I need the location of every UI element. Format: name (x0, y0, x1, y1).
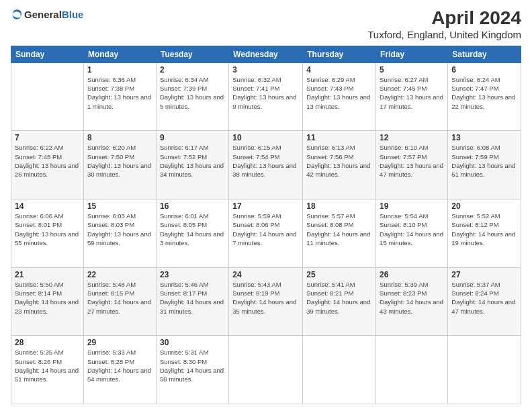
day-info: Sunrise: 6:20 AM Sunset: 7:50 PM Dayligh… (87, 143, 152, 179)
sunset: Sunset: 8:15 PM (87, 289, 134, 297)
sunrise: Sunrise: 6:32 AM (232, 76, 281, 83)
day-number: 11 (306, 133, 372, 142)
daylight: Daylight: 13 hours and 51 minutes. (451, 162, 515, 178)
table-cell: 6 Sunrise: 6:24 AM Sunset: 7:47 PM Dayli… (448, 62, 521, 131)
logo: GeneralBlue (11, 8, 83, 20)
sunrise: Sunrise: 5:39 AM (380, 281, 428, 288)
table-cell: 27 Sunrise: 5:37 AM Sunset: 8:24 PM Dayl… (448, 267, 521, 336)
day-number: 7 (15, 133, 80, 142)
sunset: Sunset: 7:52 PM (160, 153, 207, 161)
sunrise: Sunrise: 6:36 AM (87, 76, 136, 83)
table-cell: 12 Sunrise: 6:10 AM Sunset: 7:57 PM Dayl… (376, 131, 448, 199)
table-cell (448, 336, 521, 404)
sunrise: Sunrise: 5:33 AM (87, 349, 136, 356)
day-number: 12 (380, 133, 444, 142)
sunset: Sunset: 8:23 PM (380, 289, 427, 297)
day-info: Sunrise: 5:54 AM Sunset: 8:10 PM Dayligh… (380, 212, 444, 247)
logo-blue: Blue (62, 9, 84, 20)
sunrise: Sunrise: 5:43 AM (232, 281, 281, 288)
logo-icon (11, 8, 23, 20)
daylight: Daylight: 13 hours and 34 minutes. (160, 162, 224, 178)
day-info: Sunrise: 6:36 AM Sunset: 7:38 PM Dayligh… (87, 75, 152, 111)
table-cell (303, 336, 376, 404)
sunrise: Sunrise: 5:46 AM (160, 281, 208, 288)
day-number: 16 (160, 201, 225, 211)
sunset: Sunset: 8:06 PM (232, 221, 279, 228)
sunrise: Sunrise: 5:37 AM (451, 281, 500, 288)
table-cell: 14 Sunrise: 6:06 AM Sunset: 8:01 PM Dayl… (11, 199, 84, 268)
table-cell: 21 Sunrise: 5:50 AM Sunset: 8:14 PM Dayl… (11, 267, 84, 336)
sunset: Sunset: 7:57 PM (380, 153, 427, 161)
sunset: Sunset: 8:01 PM (15, 221, 62, 228)
table-cell: 3 Sunrise: 6:32 AM Sunset: 7:41 PM Dayli… (229, 62, 303, 131)
week-row-1: 1 Sunrise: 6:36 AM Sunset: 7:38 PM Dayli… (11, 62, 521, 131)
day-info: Sunrise: 5:46 AM Sunset: 8:17 PM Dayligh… (160, 280, 225, 316)
day-number: 1 (87, 65, 152, 75)
sunrise: Sunrise: 6:08 AM (451, 144, 500, 151)
sunrise: Sunrise: 6:01 AM (160, 212, 208, 220)
day-info: Sunrise: 5:37 AM Sunset: 8:24 PM Dayligh… (451, 280, 517, 316)
sunset: Sunset: 8:24 PM (451, 289, 498, 297)
table-cell: 19 Sunrise: 5:54 AM Sunset: 8:10 PM Dayl… (376, 199, 448, 268)
daylight: Daylight: 14 hours and 54 minutes. (87, 367, 151, 383)
sunrise: Sunrise: 6:10 AM (380, 144, 428, 151)
daylight: Daylight: 14 hours and 7 minutes. (232, 230, 296, 246)
daylight: Daylight: 14 hours and 43 minutes. (380, 298, 443, 314)
sunset: Sunset: 7:43 PM (306, 85, 353, 92)
sunset: Sunset: 8:21 PM (306, 289, 353, 297)
day-info: Sunrise: 5:48 AM Sunset: 8:15 PM Dayligh… (87, 280, 152, 316)
sunset: Sunset: 8:12 PM (451, 221, 498, 228)
day-number: 26 (380, 270, 444, 279)
day-info: Sunrise: 5:33 AM Sunset: 8:28 PM Dayligh… (87, 348, 152, 383)
day-info: Sunrise: 6:27 AM Sunset: 7:45 PM Dayligh… (380, 75, 444, 111)
sunrise: Sunrise: 5:35 AM (15, 349, 63, 356)
week-row-4: 21 Sunrise: 5:50 AM Sunset: 8:14 PM Dayl… (11, 267, 521, 336)
sunrise: Sunrise: 6:34 AM (160, 76, 208, 83)
day-number: 4 (306, 65, 372, 75)
day-info: Sunrise: 5:59 AM Sunset: 8:06 PM Dayligh… (232, 212, 299, 247)
day-info: Sunrise: 6:17 AM Sunset: 7:52 PM Dayligh… (160, 143, 225, 179)
header-sunday: Sunday (11, 46, 84, 62)
sunset: Sunset: 7:48 PM (15, 153, 62, 161)
header-monday: Monday (83, 46, 156, 62)
day-number: 28 (15, 338, 80, 347)
month-title: April 2024 (367, 8, 521, 29)
daylight: Daylight: 13 hours and 59 minutes. (87, 230, 151, 246)
sunset: Sunset: 8:28 PM (87, 358, 134, 365)
sunrise: Sunrise: 5:50 AM (15, 281, 63, 288)
sunrise: Sunrise: 5:59 AM (232, 212, 281, 220)
daylight: Daylight: 13 hours and 5 minutes. (160, 93, 224, 109)
sunrise: Sunrise: 5:54 AM (380, 212, 428, 220)
header-thursday: Thursday (303, 46, 376, 62)
daylight: Daylight: 13 hours and 17 minutes. (380, 93, 443, 109)
daylight: Daylight: 13 hours and 47 minutes. (380, 162, 443, 178)
day-info: Sunrise: 6:15 AM Sunset: 7:54 PM Dayligh… (232, 143, 299, 179)
logo-text: GeneralBlue (24, 9, 83, 20)
table-cell: 5 Sunrise: 6:27 AM Sunset: 7:45 PM Dayli… (376, 62, 448, 131)
sunset: Sunset: 7:39 PM (160, 85, 207, 92)
day-info: Sunrise: 6:03 AM Sunset: 8:03 PM Dayligh… (87, 212, 152, 247)
table-cell: 30 Sunrise: 5:31 AM Sunset: 8:30 PM Dayl… (156, 336, 228, 404)
day-number: 23 (160, 270, 225, 279)
daylight: Daylight: 14 hours and 47 minutes. (451, 298, 515, 314)
day-number: 30 (160, 338, 225, 347)
week-row-5: 28 Sunrise: 5:35 AM Sunset: 8:26 PM Dayl… (11, 336, 521, 404)
sunrise: Sunrise: 5:31 AM (160, 349, 208, 356)
day-number: 29 (87, 338, 152, 347)
sunset: Sunset: 8:03 PM (87, 221, 134, 228)
sunset: Sunset: 8:17 PM (160, 289, 207, 297)
sunset: Sunset: 8:14 PM (15, 289, 62, 297)
day-number: 10 (232, 133, 299, 142)
day-info: Sunrise: 6:06 AM Sunset: 8:01 PM Dayligh… (15, 212, 80, 247)
sunset: Sunset: 7:47 PM (451, 85, 498, 92)
daylight: Daylight: 14 hours and 27 minutes. (87, 298, 151, 314)
day-number: 8 (87, 133, 152, 142)
table-cell: 2 Sunrise: 6:34 AM Sunset: 7:39 PM Dayli… (156, 62, 228, 131)
daylight: Daylight: 13 hours and 55 minutes. (15, 230, 79, 246)
day-info: Sunrise: 5:41 AM Sunset: 8:21 PM Dayligh… (306, 280, 372, 316)
day-info: Sunrise: 5:31 AM Sunset: 8:30 PM Dayligh… (160, 348, 225, 383)
table-cell: 24 Sunrise: 5:43 AM Sunset: 8:19 PM Dayl… (229, 267, 303, 336)
day-info: Sunrise: 5:52 AM Sunset: 8:12 PM Dayligh… (451, 212, 517, 247)
sunrise: Sunrise: 6:15 AM (232, 144, 281, 151)
page: GeneralBlue April 2024 Tuxford, England,… (0, 0, 532, 411)
